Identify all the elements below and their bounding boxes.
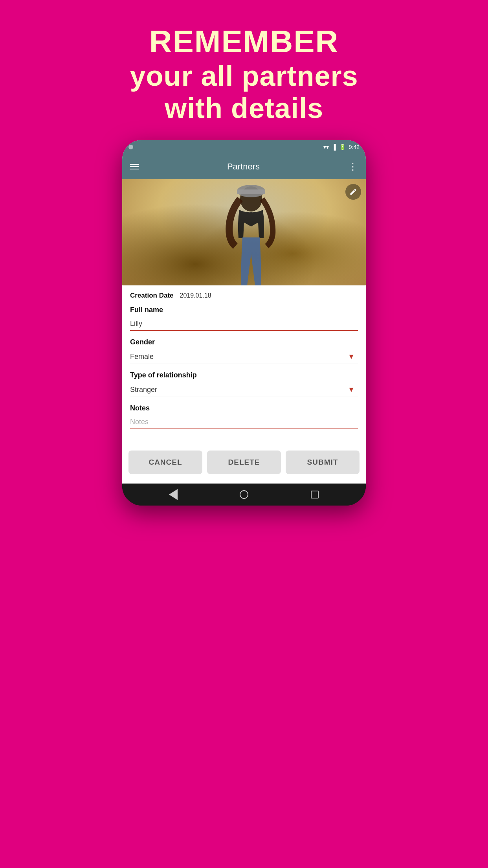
creation-date-row: Creation Date 2019.01.18 <box>130 292 358 300</box>
submit-button[interactable]: SUBMIT <box>286 451 360 474</box>
more-options-button[interactable]: ⋮ <box>348 161 358 172</box>
notes-input[interactable] <box>130 416 358 429</box>
relationship-label: Type of relationship <box>130 371 358 379</box>
phone-bottom-nav <box>122 484 366 506</box>
signal-bars-icon: ▐ <box>332 144 336 150</box>
full-name-section: Full name <box>130 306 358 331</box>
toolbar-title: Partners <box>227 162 260 172</box>
hero-line2: your all partners <box>130 60 358 92</box>
svg-rect-2 <box>237 189 265 194</box>
relationship-select-wrapper: Friend Partner Stranger Other ▼ <box>130 383 358 397</box>
person-silhouette <box>216 183 286 285</box>
full-name-label: Full name <box>130 306 358 314</box>
wifi-icon: ▾▾ <box>323 144 329 150</box>
gender-section: Gender Male Female Other ▼ <box>130 338 358 364</box>
hamburger-line1 <box>130 164 139 165</box>
hero-line1: REMEMBER <box>130 24 358 60</box>
signal-icon <box>128 145 133 149</box>
status-time: 9:42 <box>349 144 360 150</box>
hamburger-menu-button[interactable] <box>130 164 139 169</box>
hamburger-line3 <box>130 169 139 169</box>
full-name-input[interactable] <box>130 317 358 331</box>
relationship-section: Type of relationship Friend Partner Stra… <box>130 371 358 397</box>
home-button[interactable] <box>238 489 250 500</box>
creation-date-value: 2019.01.18 <box>180 292 211 299</box>
phone-shell: ▾▾ ▐ 🔋 9:42 Partners ⋮ <box>122 140 366 506</box>
notes-label: Notes <box>130 404 358 412</box>
back-icon <box>169 489 178 500</box>
recents-button[interactable] <box>309 489 320 500</box>
screen-status-bar: ▾▾ ▐ 🔋 9:42 <box>122 140 366 154</box>
relationship-select[interactable]: Friend Partner Stranger Other <box>130 386 358 394</box>
recents-icon <box>311 491 319 498</box>
creation-date-label: Creation Date <box>130 292 174 300</box>
photo-area <box>122 179 366 285</box>
hero-line3: with details <box>130 92 358 124</box>
notes-section: Notes <box>130 404 358 429</box>
buttons-row: CANCEL DELETE SUBMIT <box>122 443 366 484</box>
hamburger-line2 <box>130 166 139 167</box>
delete-button[interactable]: DELETE <box>207 451 281 474</box>
gender-label: Gender <box>130 338 358 346</box>
gender-select-wrapper: Male Female Other ▼ <box>130 349 358 364</box>
form-content: Creation Date 2019.01.18 Full name Gende… <box>122 285 366 443</box>
status-right: ▾▾ ▐ 🔋 9:42 <box>323 144 360 150</box>
battery-icon: 🔋 <box>339 144 346 150</box>
app-toolbar: Partners ⋮ <box>122 154 366 179</box>
cancel-button[interactable]: CANCEL <box>128 451 202 474</box>
screen: ▾▾ ▐ 🔋 9:42 Partners ⋮ <box>122 140 366 484</box>
status-left <box>128 145 133 149</box>
gender-select[interactable]: Male Female Other <box>130 353 358 360</box>
pencil-icon <box>349 188 357 196</box>
home-icon <box>240 490 248 499</box>
hero-section: REMEMBER your all partners with details <box>98 0 389 140</box>
back-button[interactable] <box>168 489 179 500</box>
edit-photo-button[interactable] <box>345 184 361 200</box>
